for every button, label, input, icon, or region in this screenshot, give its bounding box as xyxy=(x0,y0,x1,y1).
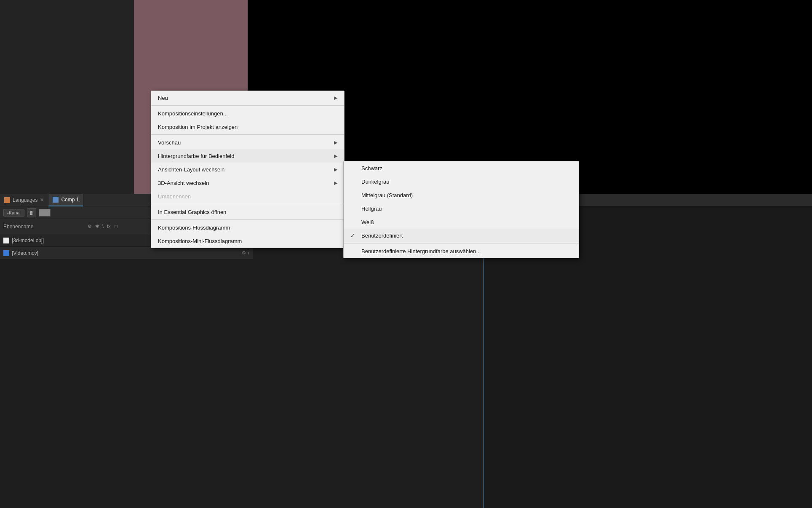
menu-separator xyxy=(151,134,344,135)
tab-comp1-label: Comp 1 xyxy=(61,197,79,203)
menu-item-label-vorschau: Vorschau xyxy=(158,139,181,146)
menu-item-label-essential_graphics: In Essential Graphics öffnen xyxy=(158,209,226,215)
menu-separator xyxy=(151,105,344,106)
color-swatch[interactable] xyxy=(39,209,51,217)
layer-header-icons: ⚙ ✱ \ fx ◻ xyxy=(88,224,118,229)
layer-video-icon-slash: / xyxy=(248,250,249,256)
submenu-item-weiss[interactable]: Weiß xyxy=(344,215,579,229)
menu-item-neu[interactable]: Neu▶ xyxy=(151,91,344,104)
menu-item-label-ansichten_layout: Ansichten-Layout wechseln xyxy=(158,166,224,173)
menu-item-label-komposition_im_projekt: Komposition im Projekt anzeigen xyxy=(158,124,238,130)
menu-arrow-hintergrundfarbe: ▶ xyxy=(334,153,337,159)
menu-item-label-hintergrundfarbe: Hintergrundfarbe für Bedienfeld xyxy=(158,153,234,159)
context-menu: Neu▶Kompositionseinstellungen...Komposit… xyxy=(151,91,345,248)
menu-item-label-kompositionseinstellungen: Kompositionseinstellungen... xyxy=(158,110,228,117)
tab-languages[interactable]: Languages ✕ xyxy=(0,194,48,206)
menu-item-kompositionseinstellungen[interactable]: Kompositionseinstellungen... xyxy=(151,107,344,120)
submenu-item-benutzerdefiniert_auswaehlen[interactable]: Benutzerdefinierte Hintergrundfarbe ausw… xyxy=(344,244,579,258)
menu-item-mini_flussdiagramm[interactable]: Kompositions-Mini-Flussdiagramm xyxy=(151,234,344,248)
menu-arrow-ansichten_layout: ▶ xyxy=(334,167,337,172)
delete-button[interactable]: 🗑 xyxy=(27,208,36,217)
tab-languages-label: Languages xyxy=(13,197,37,203)
menu-item-label-flussdiagramm: Kompositions-Flussdiagramm xyxy=(158,225,230,231)
submenu-label-hellgrau: Hellgrau xyxy=(361,206,382,212)
layer-3dmodel-color xyxy=(3,238,9,243)
menu-item-ansicht_3d[interactable]: 3D-Ansicht wechseln▶ xyxy=(151,176,344,190)
layer-icon-star: ✱ xyxy=(95,224,99,229)
submenu-separator xyxy=(344,243,579,243)
tab-comp1[interactable]: Comp 1 xyxy=(48,194,83,206)
trash-icon: 🗑 xyxy=(29,210,34,215)
menu-item-hintergrundfarbe[interactable]: Hintergrundfarbe für Bedienfeld▶ xyxy=(151,149,344,163)
submenu-item-benutzerdefiniert[interactable]: ✓Benutzerdefiniert xyxy=(344,229,579,242)
submenu-label-schwarz: Schwarz xyxy=(361,165,382,171)
menu-arrow-vorschau: ▶ xyxy=(334,140,337,145)
menu-separator xyxy=(151,219,344,220)
tab-comp1-color xyxy=(53,197,59,203)
submenu-item-dunkelgrau[interactable]: Dunkelgrau xyxy=(344,175,579,188)
menu-item-label-neu: Neu xyxy=(158,95,168,101)
layer-video-name: [Video.mov] xyxy=(12,250,239,256)
tab-languages-color xyxy=(4,197,10,203)
t-kanal-button[interactable]: -Kanal xyxy=(3,209,24,217)
layer-icon-slash: \ xyxy=(102,224,104,229)
submenu-item-schwarz[interactable]: Schwarz xyxy=(344,161,579,175)
layer-video-icons: ⚙ / xyxy=(242,250,249,256)
submenu-item-mittelgrau[interactable]: Mittelgrau (Standard) xyxy=(344,188,579,202)
submenu-label-benutzerdefiniert_auswaehlen: Benutzerdefinierte Hintergrundfarbe ausw… xyxy=(361,248,481,254)
submenu-item-hellgrau[interactable]: Hellgrau xyxy=(344,202,579,215)
menu-arrow-ansicht_3d: ▶ xyxy=(334,180,337,186)
menu-item-vorschau[interactable]: Vorschau▶ xyxy=(151,136,344,149)
layer-header-label: Ebenenname xyxy=(3,224,88,230)
submenu-label-weiss: Weiß xyxy=(361,219,374,225)
layer-icon-box: ◻ xyxy=(114,224,118,229)
menu-item-umbenennen: Umbenennen xyxy=(151,190,344,203)
layer-icon-fx: fx xyxy=(107,224,111,229)
layer-icon-gear: ⚙ xyxy=(88,224,92,229)
menu-item-flussdiagramm[interactable]: Kompositions-Flussdiagramm xyxy=(151,221,344,234)
layer-row-video[interactable]: [Video.mov] ⚙ / xyxy=(0,247,253,259)
layer-video-color xyxy=(3,250,9,256)
tab-languages-close[interactable]: ✕ xyxy=(40,197,44,203)
submenu-label-mittelgrau: Mittelgrau (Standard) xyxy=(361,192,413,198)
submenu-background-color: SchwarzDunkelgrauMittelgrau (Standard)He… xyxy=(343,161,579,258)
menu-item-ansichten_layout[interactable]: Ansichten-Layout wechseln▶ xyxy=(151,163,344,176)
menu-arrow-neu: ▶ xyxy=(334,95,337,101)
menu-item-label-mini_flussdiagramm: Kompositions-Mini-Flussdiagramm xyxy=(158,238,242,244)
menu-item-komposition_im_projekt[interactable]: Komposition im Projekt anzeigen xyxy=(151,120,344,134)
layer-video-icon-gear: ⚙ xyxy=(242,250,246,256)
submenu-label-benutzerdefiniert: Benutzerdefiniert xyxy=(361,233,403,239)
menu-item-label-ansicht_3d: 3D-Ansicht wechseln xyxy=(158,180,209,186)
menu-item-essential_graphics[interactable]: In Essential Graphics öffnen xyxy=(151,205,344,219)
menu-separator xyxy=(151,204,344,204)
submenu-label-dunkelgrau: Dunkelgrau xyxy=(361,179,390,185)
menu-item-label-umbenennen: Umbenennen xyxy=(158,193,191,200)
submenu-check-benutzerdefiniert: ✓ xyxy=(350,233,357,239)
